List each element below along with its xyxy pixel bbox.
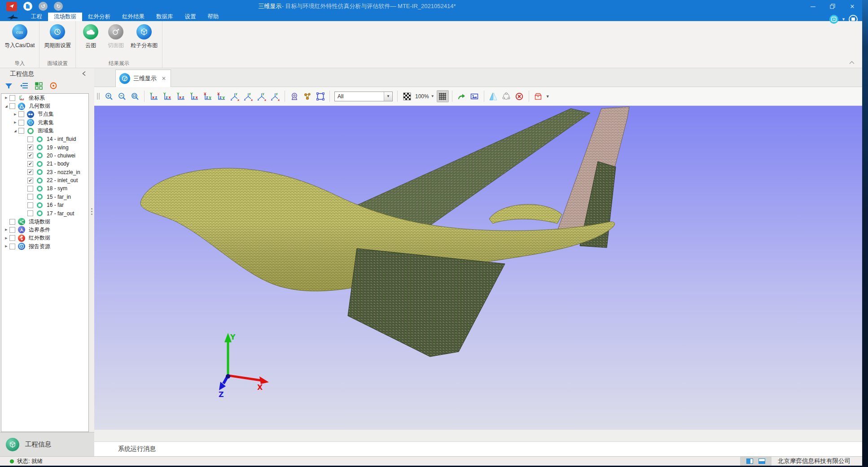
zoom-in-button[interactable] xyxy=(103,90,115,102)
view-orientation-button[interactable]: Xzy xyxy=(202,90,214,102)
close-button[interactable]: ✕ xyxy=(842,0,862,13)
tree-expander-icon[interactable]: ▶ xyxy=(12,113,18,116)
tree-expander-icon[interactable]: ▶ xyxy=(3,244,9,248)
menu-tab-流场数据[interactable]: 流场数据 xyxy=(48,13,82,21)
tree-item[interactable]: ▶红外数据 xyxy=(1,234,88,242)
box-select-button[interactable] xyxy=(314,90,326,102)
view-orientation-button[interactable]: yzx xyxy=(269,90,281,102)
tree-checkbox[interactable] xyxy=(9,103,15,109)
package-button[interactable] xyxy=(532,90,544,102)
tree-checkbox[interactable] xyxy=(9,244,15,249)
zoom-level-dropdown[interactable]: 100%▼ xyxy=(415,93,434,100)
view-orientation-button[interactable]: yzx xyxy=(229,90,241,102)
tree-item[interactable]: ✔22 - inlet_out xyxy=(1,176,88,184)
tree-item[interactable]: ▶Yzx坐标系 xyxy=(1,94,88,102)
tree-expander-icon[interactable]: ◢ xyxy=(12,129,18,133)
tree-checkbox[interactable] xyxy=(18,111,24,117)
tree-item[interactable]: ✔21 - body xyxy=(1,160,88,168)
mesh-display-toggle[interactable] xyxy=(437,90,449,102)
menu-tab-红外结果[interactable]: 红外结果 xyxy=(116,13,150,21)
link-ring-button[interactable] xyxy=(500,90,513,102)
tree-item[interactable]: ◢几何数据 xyxy=(1,102,88,110)
perspective-camera-button[interactable] xyxy=(288,90,300,102)
tree-checkbox[interactable] xyxy=(18,128,24,134)
tree-item[interactable]: ✔23 - nozzle_in xyxy=(1,168,88,176)
menu-tab-帮助[interactable]: 帮助 xyxy=(202,13,225,21)
cancel-button[interactable] xyxy=(513,90,526,102)
tree-expander-icon[interactable]: ▶ xyxy=(3,96,9,100)
view-orientation-button[interactable]: Yzx xyxy=(189,90,200,102)
import-cas-dat-button[interactable]: cas 导入Cas/Dat xyxy=(4,24,35,49)
zoom-fit-button[interactable] xyxy=(129,90,141,102)
tree-checkbox[interactable] xyxy=(9,95,15,101)
region-filter-dropdown[interactable]: All ▼ xyxy=(334,92,393,101)
view-orientation-button[interactable]: Yxz xyxy=(175,90,187,102)
tree-checkbox[interactable] xyxy=(27,194,33,200)
tree-item[interactable]: ▶节点集 xyxy=(1,110,88,118)
tree-checkbox[interactable] xyxy=(9,235,15,241)
view-orientation-button[interactable]: Xzy xyxy=(215,90,227,102)
tree-item[interactable]: ✔20 - chuiwei xyxy=(1,152,88,160)
tree-checkbox[interactable] xyxy=(27,186,33,192)
tree-item[interactable]: ▶报告资源 xyxy=(1,242,88,250)
menu-tab-数据库[interactable]: 数据库 xyxy=(150,13,179,21)
tree-checkbox[interactable] xyxy=(27,136,33,142)
tree-expander-icon[interactable]: ▶ xyxy=(3,228,9,231)
dock-left-icon[interactable] xyxy=(746,458,753,464)
particle-distribution-button[interactable]: 粒子分布图 xyxy=(131,24,158,49)
view-orientation-button[interactable]: yzx xyxy=(256,90,267,102)
tree-item[interactable]: 流场数据 xyxy=(1,218,88,226)
tree-item[interactable]: 18 - sym xyxy=(1,184,88,192)
tree-expander-icon[interactable]: ▶ xyxy=(12,121,18,124)
tab-close-icon[interactable]: ✕ xyxy=(162,75,166,82)
minimize-button[interactable] xyxy=(803,0,823,13)
menu-tab-工程[interactable]: 工程 xyxy=(25,13,48,21)
tree-checkbox[interactable] xyxy=(9,227,15,233)
transparency-button[interactable] xyxy=(401,90,413,102)
ribbon-collapse-icon[interactable] xyxy=(849,58,855,66)
tree-item[interactable]: 16 - far xyxy=(1,201,88,209)
tree-checkbox[interactable] xyxy=(27,210,33,216)
zoom-out-button[interactable] xyxy=(116,90,128,102)
tree-checkbox[interactable]: ✔ xyxy=(27,144,33,150)
menu-tab-红外分析[interactable]: 红外分析 xyxy=(82,13,116,21)
tree-checkbox[interactable] xyxy=(27,202,33,208)
tree-expander-icon[interactable]: ▶ xyxy=(3,236,9,240)
dropdown-arrow-icon[interactable]: ▼ xyxy=(384,92,392,101)
view-orientation-button[interactable]: yzx xyxy=(242,90,254,102)
view-orientation-button[interactable]: Yxz xyxy=(148,90,160,102)
node-display-button[interactable] xyxy=(301,90,313,102)
export-button[interactable] xyxy=(456,90,468,102)
tree-item[interactable]: 17 - far_out xyxy=(1,209,88,217)
tree-item[interactable]: 14 - int_fluid xyxy=(1,135,88,143)
tree-item[interactable]: ▶边界条件 xyxy=(1,226,88,234)
tree-expander-icon[interactable]: ◢ xyxy=(3,105,9,108)
panel-splitter[interactable] xyxy=(90,68,94,432)
chevron-down-icon[interactable]: ▼ xyxy=(842,17,846,22)
restore-button[interactable] xyxy=(823,0,842,13)
view-orientation-button[interactable]: Yzx xyxy=(162,90,173,102)
toolbar-drag-handle[interactable] xyxy=(97,93,100,100)
tree-checkbox[interactable]: ✔ xyxy=(27,178,33,183)
tree-checkbox[interactable] xyxy=(9,219,15,225)
video-help-icon[interactable] xyxy=(829,15,838,24)
filter-icon[interactable] xyxy=(4,82,13,91)
periodic-face-settings-button[interactable]: 周期面设置 xyxy=(44,24,71,49)
tree-item[interactable]: ▶元素集 xyxy=(1,118,88,127)
target-icon[interactable] xyxy=(49,82,57,92)
mirror-button[interactable] xyxy=(487,90,500,102)
3d-viewport[interactable]: Y X Z xyxy=(94,106,862,430)
contour-plot-button[interactable]: 云图 xyxy=(80,24,101,49)
outline-list-icon[interactable] xyxy=(20,82,28,91)
dock-bottom-icon[interactable] xyxy=(758,458,765,464)
collapse-panel-icon[interactable] xyxy=(82,70,86,78)
package-dropdown-icon[interactable]: ▼ xyxy=(546,94,550,99)
tree-checkbox[interactable]: ✔ xyxy=(27,161,33,167)
tree-checkbox[interactable]: ✔ xyxy=(27,153,33,158)
tree-checkbox[interactable] xyxy=(18,120,24,126)
help-book-icon[interactable] xyxy=(849,15,858,24)
tree-item[interactable]: ◢面域集 xyxy=(1,127,88,135)
menu-tab-设置[interactable]: 设置 xyxy=(179,13,202,21)
grid-view-icon[interactable] xyxy=(35,82,43,92)
tree-checkbox[interactable]: ✔ xyxy=(27,169,33,175)
